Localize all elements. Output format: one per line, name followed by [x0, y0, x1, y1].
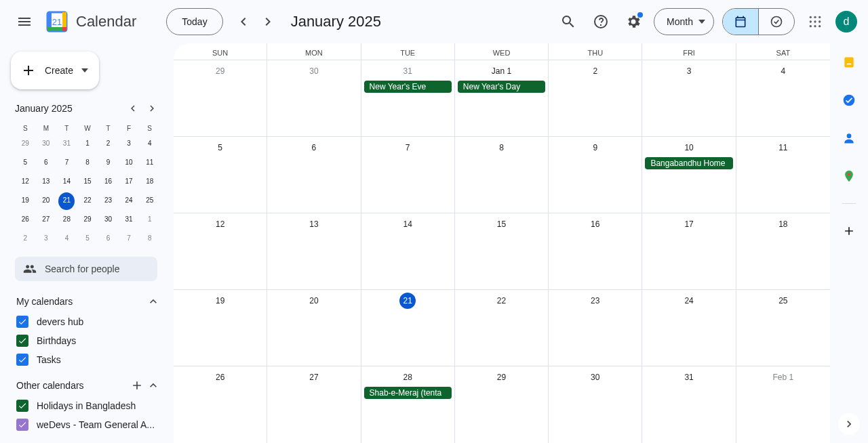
day-cell[interactable]: 5: [174, 137, 267, 213]
day-cell[interactable]: 6: [267, 137, 361, 213]
mini-day[interactable]: 20: [38, 192, 54, 210]
day-cell[interactable]: 12: [174, 213, 267, 289]
day-cell[interactable]: 31: [642, 366, 736, 443]
day-number[interactable]: 4: [775, 63, 791, 79]
day-number[interactable]: 14: [399, 216, 416, 232]
day-cell[interactable]: 26: [174, 366, 267, 443]
day-cell[interactable]: 19: [174, 290, 267, 366]
day-cell[interactable]: 7: [361, 137, 455, 213]
mini-day[interactable]: 4: [142, 135, 158, 153]
day-cell[interactable]: 21: [361, 290, 455, 366]
contacts-icon[interactable]: [835, 125, 863, 152]
event-chip[interactable]: Bangabandhu Home: [645, 157, 732, 169]
tasks-panel-icon[interactable]: [835, 87, 863, 114]
day-number[interactable]: 18: [775, 216, 791, 232]
mini-day[interactable]: 2: [17, 230, 33, 248]
day-number[interactable]: 17: [681, 216, 697, 232]
mini-day[interactable]: 24: [121, 192, 137, 210]
settings-button[interactable]: [620, 8, 647, 35]
mini-day[interactable]: 30: [100, 211, 117, 229]
day-number[interactable]: 13: [306, 216, 322, 232]
today-button[interactable]: Today: [166, 8, 222, 35]
day-number[interactable]: 7: [399, 140, 416, 156]
event-chip[interactable]: New Year's Eve: [364, 81, 452, 93]
day-number[interactable]: 3: [681, 63, 697, 79]
my-calendars-header[interactable]: My calendars: [16, 291, 160, 312]
mini-day[interactable]: 6: [38, 154, 54, 172]
mini-day[interactable]: 17: [121, 173, 137, 191]
day-cell[interactable]: 20: [267, 290, 361, 366]
mini-prev-month[interactable]: [125, 100, 141, 117]
day-cell[interactable]: Feb 1: [736, 366, 830, 443]
day-number[interactable]: 9: [587, 140, 604, 156]
day-cell[interactable]: 16: [549, 213, 642, 289]
google-apps-button[interactable]: [802, 8, 829, 35]
mini-day[interactable]: 30: [38, 135, 54, 153]
day-cell[interactable]: 30: [267, 60, 361, 136]
mini-day[interactable]: 2: [100, 135, 117, 153]
day-cell[interactable]: 10Bangabandhu Home: [642, 137, 736, 213]
mini-day[interactable]: 14: [58, 173, 75, 191]
mini-day[interactable]: 11: [142, 154, 158, 172]
day-cell[interactable]: 24: [642, 290, 736, 366]
mini-day[interactable]: 31: [121, 211, 137, 229]
day-number[interactable]: 27: [306, 369, 322, 385]
mini-calendar-month[interactable]: January 2025: [15, 103, 73, 114]
add-panel-icon[interactable]: [835, 217, 863, 245]
calendar-checkbox[interactable]: [16, 354, 28, 366]
day-cell[interactable]: 3: [642, 60, 736, 136]
day-cell[interactable]: 25: [736, 290, 830, 366]
day-number[interactable]: 5: [212, 140, 229, 156]
mini-day[interactable]: 7: [58, 154, 75, 172]
help-button[interactable]: [587, 8, 614, 35]
maps-icon[interactable]: [835, 163, 863, 190]
day-cell[interactable]: 30: [549, 366, 642, 443]
mini-day[interactable]: 3: [38, 230, 54, 248]
mini-day[interactable]: 6: [100, 230, 117, 248]
current-month-label[interactable]: January 2025: [291, 13, 381, 30]
mini-day[interactable]: 5: [17, 154, 33, 172]
day-number[interactable]: 23: [587, 293, 604, 309]
day-number[interactable]: 31: [399, 63, 416, 79]
day-number[interactable]: 16: [587, 216, 604, 232]
day-cell[interactable]: 14: [361, 213, 455, 289]
calendar-item[interactable]: Birthdays: [16, 331, 160, 350]
day-cell[interactable]: 13: [267, 213, 361, 289]
calendar-item[interactable]: Holidays in Bangladesh: [16, 396, 160, 415]
day-cell[interactable]: 23: [549, 290, 642, 366]
event-chip[interactable]: Shab-e-Meraj (tenta: [364, 387, 452, 399]
calendar-checkbox[interactable]: [16, 316, 28, 328]
day-number[interactable]: 21: [399, 293, 416, 309]
search-button[interactable]: [555, 8, 582, 35]
day-number[interactable]: 28: [399, 369, 416, 385]
mini-day[interactable]: 28: [58, 211, 75, 229]
mini-day[interactable]: 21: [58, 192, 75, 210]
day-number[interactable]: 25: [775, 293, 791, 309]
mini-day[interactable]: 12: [17, 173, 33, 191]
day-number[interactable]: Jan 1: [489, 63, 514, 79]
day-number[interactable]: Feb 1: [770, 369, 797, 385]
mini-day[interactable]: 1: [79, 135, 96, 153]
other-calendars-header[interactable]: Other calendars: [16, 375, 160, 396]
day-cell[interactable]: 17: [642, 213, 736, 289]
prev-month-button[interactable]: [233, 11, 254, 33]
tasks-view-toggle[interactable]: [759, 9, 794, 35]
mini-day[interactable]: 26: [17, 211, 33, 229]
day-number[interactable]: 26: [212, 369, 229, 385]
mini-day[interactable]: 7: [121, 230, 137, 248]
day-number[interactable]: 24: [681, 293, 697, 309]
day-number[interactable]: 6: [306, 140, 322, 156]
mini-day[interactable]: 8: [142, 230, 158, 248]
day-number[interactable]: 20: [306, 293, 322, 309]
next-month-button[interactable]: [257, 11, 279, 33]
day-cell[interactable]: 2: [549, 60, 642, 136]
keep-icon[interactable]: [835, 49, 863, 76]
day-cell[interactable]: 27: [267, 366, 361, 443]
day-cell[interactable]: 29: [174, 60, 267, 136]
day-number[interactable]: 8: [493, 140, 509, 156]
day-cell[interactable]: 22: [455, 290, 549, 366]
search-people-input[interactable]: Search for people: [15, 257, 157, 281]
mini-day[interactable]: 16: [100, 173, 117, 191]
day-cell[interactable]: 18: [736, 213, 830, 289]
mini-day[interactable]: 15: [79, 173, 96, 191]
